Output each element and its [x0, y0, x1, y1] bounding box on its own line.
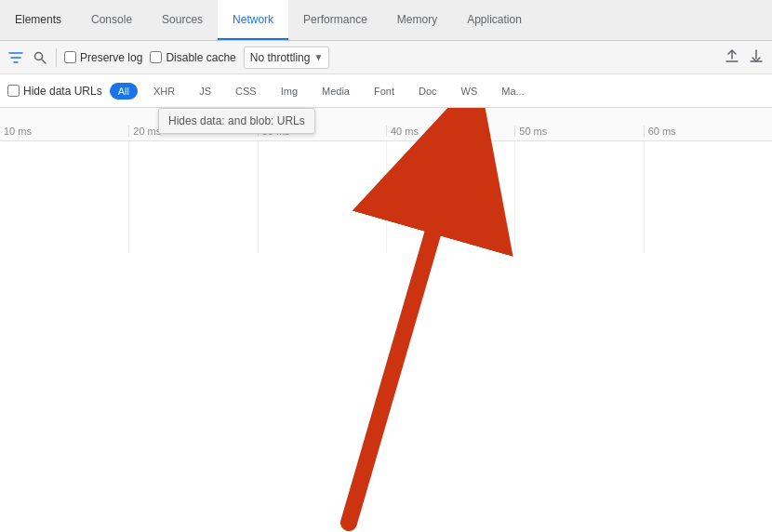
- timeline-ruler: 10 ms 20 ms 30 ms 40 ms 50 ms 60 ms: [0, 108, 772, 141]
- grid-col-2: [128, 141, 257, 253]
- filter-manifest-button[interactable]: Ma...: [493, 83, 532, 100]
- throttle-arrow-icon: ▼: [313, 52, 323, 62]
- filter-img-button[interactable]: Img: [273, 83, 306, 100]
- tab-elements[interactable]: Elements: [0, 0, 76, 40]
- filter-css-button[interactable]: CSS: [227, 83, 265, 100]
- grid-col-3: [258, 141, 386, 253]
- filter-media-button[interactable]: Media: [313, 83, 358, 100]
- preserve-log-checkbox[interactable]: Preserve log: [64, 51, 142, 64]
- filter-doc-button[interactable]: Doc: [410, 83, 446, 100]
- filter-row: Hide data URLs All XHR JS CSS Img Media …: [0, 74, 772, 108]
- grid-col-5: [514, 141, 643, 253]
- hide-data-urls-tooltip: Hides data: and blob: URLs: [158, 108, 315, 134]
- upload-icon[interactable]: [724, 47, 740, 67]
- download-icon[interactable]: [748, 47, 765, 67]
- grid-col-1: [0, 141, 128, 253]
- divider-1: [56, 48, 57, 67]
- tab-console[interactable]: Console: [76, 0, 147, 40]
- filter-icon[interactable]: [7, 49, 24, 66]
- filter-all-button[interactable]: All: [110, 83, 138, 100]
- toolbar: Preserve log Disable cache No throttling…: [0, 41, 772, 74]
- ruler-tick-4: 40 ms: [386, 126, 514, 137]
- tab-network[interactable]: Network: [218, 0, 288, 40]
- disable-cache-checkbox[interactable]: Disable cache: [150, 51, 235, 64]
- filter-js-button[interactable]: JS: [191, 83, 220, 100]
- throttle-select[interactable]: No throttling ▼: [244, 47, 330, 69]
- tab-sources[interactable]: Sources: [147, 0, 218, 40]
- timeline-grid: [0, 141, 772, 253]
- tab-memory[interactable]: Memory: [382, 0, 452, 40]
- hide-data-urls-checkbox[interactable]: Hide data URLs: [7, 85, 102, 98]
- tab-bar: Elements Console Sources Network Perform…: [0, 0, 772, 41]
- main-content: Hit ⌘ R to reload and captur 10 ms 20 ms…: [0, 108, 772, 532]
- filter-xhr-button[interactable]: XHR: [145, 83, 183, 100]
- grid-col-6: [644, 141, 772, 253]
- filter-font-button[interactable]: Font: [366, 83, 403, 100]
- svg-line-1: [42, 60, 46, 63]
- filter-ws-button[interactable]: WS: [453, 83, 486, 100]
- svg-point-0: [35, 52, 43, 60]
- search-icon[interactable]: [32, 49, 48, 66]
- ruler-tick-1: 10 ms: [0, 126, 128, 137]
- tab-performance[interactable]: Performance: [288, 0, 382, 40]
- ruler-tick-6: 60 ms: [644, 126, 772, 137]
- grid-col-4: [386, 141, 514, 253]
- tab-application[interactable]: Application: [452, 0, 537, 40]
- ruler-tick-5: 50 ms: [514, 126, 643, 137]
